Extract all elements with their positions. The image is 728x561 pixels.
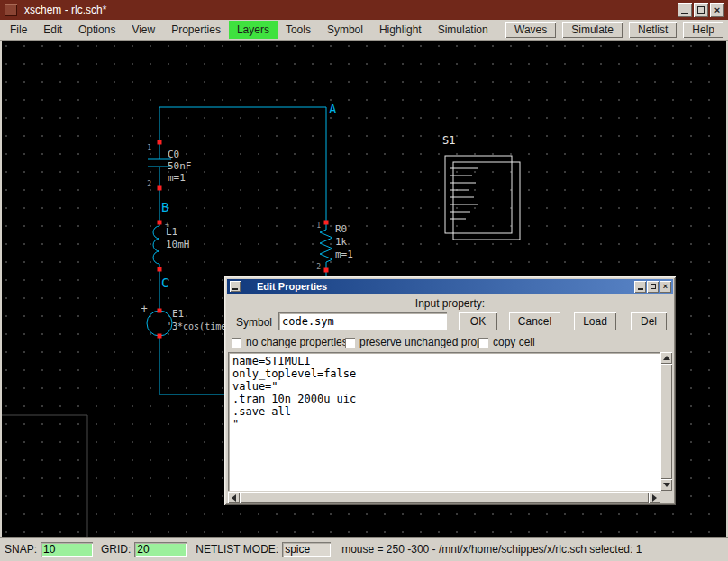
horizontal-scrollbar[interactable] xyxy=(228,492,660,503)
code-paper-text-lines xyxy=(450,168,478,219)
menu-file[interactable]: File xyxy=(2,21,35,39)
dialog-title: Edit Properties xyxy=(257,281,327,292)
symbol-label: Symbol xyxy=(236,316,272,329)
window-titlebar[interactable]: xschem - rlc.sch* × xyxy=(0,0,728,20)
checkbox-copy-cell[interactable]: copy cell xyxy=(478,336,535,348)
netlist-button[interactable]: Netlist xyxy=(629,22,677,38)
inductor-value: 10mH xyxy=(166,239,190,250)
capacitor-ref: C0 xyxy=(168,149,179,160)
scroll-up-button[interactable] xyxy=(660,352,672,364)
dialog-menu-icon[interactable] xyxy=(230,281,241,292)
window-close-button[interactable]: × xyxy=(710,3,724,17)
dialog-minimize-button[interactable] xyxy=(634,281,646,293)
grid-label: GRID: xyxy=(101,543,131,556)
resistor-value: 1k xyxy=(335,236,348,248)
mouse-status-text: mouse = 250 -300 - /mnt/x/home/schippes/… xyxy=(341,543,642,556)
load-button[interactable]: Load xyxy=(574,312,616,330)
net-label-a[interactable]: A xyxy=(329,102,337,116)
scroll-left-button[interactable] xyxy=(228,492,240,503)
source-ref: E1 xyxy=(172,308,184,320)
statusbar: SNAP: 10 GRID: 20 NETLIST MODE: spice mo… xyxy=(0,537,728,561)
properties-textarea[interactable]: name=STIMULI only_toplevel=false value="… xyxy=(228,352,660,491)
checkbox-label: preserve unchanged props xyxy=(359,336,488,348)
maximize-icon xyxy=(651,284,656,289)
snap-label: SNAP: xyxy=(5,543,37,556)
menu-symbol[interactable]: Symbol xyxy=(319,21,371,39)
code-paper-shadow xyxy=(453,162,520,240)
edit-properties-dialog: Edit Properties × Input property: Symbol… xyxy=(224,276,676,505)
vertical-scroll-thumb[interactable] xyxy=(660,364,672,479)
xschem-window: xschem - rlc.sch* × File Edit Options Vi… xyxy=(0,0,728,561)
menu-properties[interactable]: Properties xyxy=(163,21,229,39)
source-polarity: + xyxy=(141,303,147,315)
dialog-titlebar[interactable]: Edit Properties × xyxy=(227,279,673,294)
properties-text: name=STIMULI only_toplevel=false value="… xyxy=(232,355,656,430)
menu-layers[interactable]: Layers xyxy=(229,21,278,39)
dialog-close-button[interactable]: × xyxy=(660,281,671,293)
checkbox-no-change-properties[interactable]: no change properties xyxy=(232,336,348,348)
window-controls: × xyxy=(678,3,724,17)
netlist-mode-input[interactable]: spice xyxy=(282,542,331,557)
menubar-right-group: Waves Simulate Netlist Help xyxy=(505,22,723,38)
schematic-canvas[interactable]: 1 2 C0 50nF m=1 + L1 10mH + E1 '3*cos(ti… xyxy=(2,41,726,537)
del-button[interactable]: Del xyxy=(631,312,667,330)
inductor-l1[interactable]: + L1 10mH xyxy=(153,221,190,269)
checkbox-icon[interactable] xyxy=(478,338,488,348)
arrow-down-icon xyxy=(663,483,670,487)
resistor-mult: m=1 xyxy=(335,249,353,260)
vertical-scrollbar[interactable] xyxy=(660,352,672,491)
net-label-c[interactable]: C xyxy=(161,276,168,290)
dash-icon xyxy=(232,288,238,290)
checkbox-label: no change properties xyxy=(246,336,348,348)
checkbox-preserve-unchanged-props[interactable]: preserve unchanged props xyxy=(345,336,488,348)
arrow-left-icon xyxy=(232,494,236,502)
menu-view[interactable]: View xyxy=(123,21,163,39)
resistor-ref: R0 xyxy=(335,223,347,235)
arrow-right-icon xyxy=(652,494,657,502)
snap-input[interactable]: 10 xyxy=(41,542,93,557)
capacitor-c0[interactable]: 1 2 C0 50nF m=1 xyxy=(147,142,191,188)
pin-number: 2 xyxy=(147,180,151,188)
checkbox-icon[interactable] xyxy=(345,338,355,348)
maximize-icon xyxy=(697,6,705,14)
checkbox-icon[interactable] xyxy=(232,338,241,348)
arrow-up-icon xyxy=(663,356,670,360)
menu-simulation[interactable]: Simulation xyxy=(430,21,496,39)
code-block-ref: S1 xyxy=(442,134,455,147)
inductor-ref: L1 xyxy=(166,226,177,238)
checkbox-label: copy cell xyxy=(493,336,535,348)
symbol-input[interactable]: code.sym xyxy=(278,312,447,330)
close-icon: × xyxy=(714,5,720,15)
scroll-right-button[interactable] xyxy=(649,492,660,503)
menu-edit[interactable]: Edit xyxy=(35,21,70,39)
waves-button[interactable]: Waves xyxy=(505,22,556,38)
capacitor-value: 50nF xyxy=(168,160,192,172)
menu-highlight[interactable]: Highlight xyxy=(371,21,430,39)
netlist-mode-label: NETLIST MODE: xyxy=(196,543,278,556)
scroll-down-button[interactable] xyxy=(660,479,672,491)
dialog-controls: × xyxy=(634,281,671,293)
menu-tools[interactable]: Tools xyxy=(278,21,319,39)
menu-options[interactable]: Options xyxy=(70,21,123,39)
ok-button[interactable]: OK xyxy=(459,312,497,330)
pin-number: 2 xyxy=(316,263,321,271)
simulate-button[interactable]: Simulate xyxy=(562,22,623,38)
minimize-icon xyxy=(681,13,688,14)
net-label-b[interactable]: B xyxy=(161,200,168,214)
dialog-maximize-button[interactable] xyxy=(647,281,659,293)
pin-number: 1 xyxy=(316,222,321,230)
grid-input[interactable]: 20 xyxy=(134,542,187,557)
input-property-label: Input property: xyxy=(224,297,676,310)
close-icon: × xyxy=(663,283,668,291)
minimize-icon xyxy=(638,288,643,290)
pin-number: 1 xyxy=(147,144,151,152)
window-maximize-button[interactable] xyxy=(694,3,708,17)
horizontal-scroll-thumb[interactable] xyxy=(240,492,649,503)
cancel-button[interactable]: Cancel xyxy=(509,312,560,330)
help-button[interactable]: Help xyxy=(683,22,723,38)
menubar: File Edit Options View Properties Layers… xyxy=(0,20,728,41)
window-menu-icon[interactable] xyxy=(5,4,17,16)
resistor-r0[interactable]: 1 2 R0 1k m=1 xyxy=(316,222,353,271)
window-minimize-button[interactable] xyxy=(678,3,692,17)
code-block-s1[interactable]: S1 xyxy=(442,134,520,240)
